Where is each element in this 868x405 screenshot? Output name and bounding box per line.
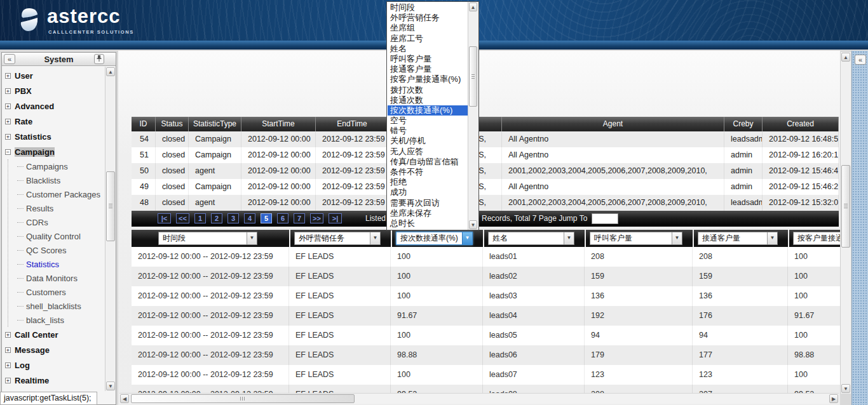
dropdown-item[interactable]: 接通客户量 <box>388 64 468 74</box>
stats-column-select[interactable]: 按客户量接通率(%)▼ <box>793 232 840 245</box>
column-header-creby[interactable]: Creby <box>724 117 763 131</box>
table-row[interactable]: 54closedCampaign2012-09-12 00:002012-09-… <box>132 131 839 147</box>
page-button-5[interactable]: 5 <box>261 213 272 223</box>
horizontal-scrollbar[interactable]: ◀ ▶ <box>119 393 839 404</box>
stats-column-select[interactable]: 呼叫客户量▼ <box>590 232 682 245</box>
table-row[interactable]: 2012-09-12 00:00 -- 2012-09-12 23:59EF L… <box>132 385 840 394</box>
expand-icon[interactable]: + <box>5 73 11 79</box>
east-collapse-button[interactable]: « <box>855 55 866 65</box>
column-header-status[interactable]: Status <box>156 117 189 131</box>
dropdown-item[interactable]: 按次数接通率(%) <box>388 105 468 116</box>
page-button-4[interactable]: 4 <box>244 213 255 223</box>
sidebar-item-blacklists[interactable]: Blacklists <box>8 173 105 187</box>
column-header-statistictype[interactable]: StatisticType <box>189 117 241 131</box>
table-row[interactable]: 2012-09-12 00:00 -- 2012-09-12 23:59EF L… <box>132 345 840 365</box>
column-header-created[interactable]: Created <box>763 117 839 131</box>
sidebar-item-customer-packages[interactable]: Customer Packages <box>8 187 105 201</box>
column-header-endtime[interactable]: EndTime <box>316 117 389 131</box>
page-button-[interactable]: >| <box>329 213 342 223</box>
dropdown-item[interactable]: 外呼营销任务 <box>388 13 468 23</box>
dropdown-item[interactable]: 无人应答 <box>388 147 468 157</box>
expand-icon[interactable]: + <box>5 332 11 338</box>
dropdown-scrollbar[interactable]: ▲ ▼ <box>468 2 478 230</box>
sidebar-item-log[interactable]: +Log <box>3 357 105 373</box>
column-header-agent[interactable]: Agent <box>502 117 724 131</box>
scroll-right-icon[interactable]: ▶ <box>829 394 838 403</box>
table-row[interactable]: 2012-09-12 00:00 -- 2012-09-12 23:59EF L… <box>132 326 840 345</box>
table-row[interactable]: 50closedagent2012-09-12 00:002012-09-12 … <box>132 163 839 179</box>
sidebar-item-data-monitors[interactable]: Data Monitors <box>8 271 105 285</box>
expand-icon[interactable]: + <box>5 119 11 124</box>
page-button-3[interactable]: 3 <box>227 213 239 223</box>
sidebar-item-black_lists[interactable]: black_lists <box>8 313 105 327</box>
table-row[interactable]: 2012-09-12 00:00 -- 2012-09-12 23:59EF L… <box>132 365 840 385</box>
dropdown-item[interactable]: 拒绝 <box>388 177 468 187</box>
expand-icon[interactable]: + <box>5 103 11 109</box>
expand-icon[interactable]: + <box>5 88 11 94</box>
dropdown-item[interactable]: 错号 <box>388 126 468 136</box>
main-scrollbar-thumb[interactable] <box>841 165 850 248</box>
sidebar-item-customers[interactable]: Customers <box>8 285 105 299</box>
dropdown-scrollbar-thumb[interactable] <box>469 46 477 107</box>
sidebar-item-qc-scores[interactable]: QC Scores <box>8 243 105 257</box>
column-header-id[interactable]: ID <box>132 117 156 131</box>
sidebar-item-campaign[interactable]: −Campaign <box>3 144 105 159</box>
chevron-down-icon[interactable]: ▼ <box>767 232 777 244</box>
chevron-down-icon[interactable]: ▼ <box>370 232 380 244</box>
sidebar-item-realtime[interactable]: +Realtime <box>3 373 105 388</box>
sidebar-scrollbar[interactable]: ▲ ▼ <box>105 67 116 391</box>
dropdown-item[interactable]: 姓名 <box>388 44 468 54</box>
sidebar-item-statistics[interactable]: Statistics <box>8 257 105 271</box>
page-button-1[interactable]: 1 <box>194 213 206 223</box>
column-header-starttime[interactable]: StartTime <box>241 117 316 131</box>
dropdown-item[interactable]: 座席工号 <box>388 34 468 44</box>
collapse-icon[interactable]: − <box>5 149 11 155</box>
dropdown-item[interactable]: 坐席组 <box>388 23 468 33</box>
expand-icon[interactable]: + <box>5 347 11 353</box>
scroll-down-icon[interactable]: ▼ <box>106 382 115 390</box>
scroll-down-icon[interactable]: ▼ <box>841 384 850 393</box>
dropdown-item[interactable]: 传真/自动留言信箱 <box>388 157 468 167</box>
pin-icon[interactable] <box>94 54 104 64</box>
table-row[interactable]: 49closedCampaign2012-09-12 00:002012-09-… <box>132 179 839 195</box>
sidebar-item-statistics[interactable]: +Statistics <box>3 129 105 144</box>
chevron-down-icon[interactable]: ▼ <box>462 232 472 244</box>
dropdown-item[interactable]: 空号 <box>388 116 468 126</box>
stats-column-select[interactable]: 接通客户量▼ <box>698 232 778 245</box>
sidebar-item-call-center[interactable]: +Call Center <box>3 327 105 342</box>
stats-column-select[interactable]: 时间段▼ <box>158 232 257 245</box>
chevron-down-icon[interactable]: ▼ <box>672 232 682 244</box>
table-row[interactable]: 2012-09-12 00:00 -- 2012-09-12 23:59EF L… <box>132 247 840 267</box>
stats-column-select[interactable]: 外呼营销任务▼ <box>294 232 381 245</box>
dropdown-item[interactable]: 时间段 <box>388 3 468 13</box>
expand-icon[interactable]: + <box>5 134 11 140</box>
table-row[interactable]: 48closedagent2012-09-12 00:002012-09-12 … <box>132 195 839 211</box>
table-row[interactable]: 51closedCampaign2012-09-12 00:002012-09-… <box>132 147 839 163</box>
scroll-left-icon[interactable]: ◀ <box>120 394 129 403</box>
stats-column-select[interactable]: 姓名▼ <box>488 232 574 245</box>
dropdown-item[interactable]: 接通次数 <box>388 95 468 105</box>
sidebar-item-pbx[interactable]: +PBX <box>3 83 105 98</box>
stats-column-select[interactable]: 按次数接通率(%)▼ <box>396 232 473 245</box>
horizontal-scrollbar-thumb[interactable] <box>131 394 355 403</box>
sidebar-item-advanced[interactable]: +Advanced <box>3 98 105 114</box>
sidebar-item-cdrs[interactable]: CDRs <box>8 215 105 229</box>
dropdown-item[interactable]: 条件不符 <box>388 167 468 177</box>
sidebar-item-message[interactable]: +Message <box>3 342 105 357</box>
table-row[interactable]: 2012-09-12 00:00 -- 2012-09-12 23:59EF L… <box>132 267 840 286</box>
dropdown-item[interactable]: 拨打次数 <box>388 85 468 95</box>
jump-to-input[interactable] <box>592 213 618 224</box>
scroll-up-icon[interactable]: ▲ <box>106 67 115 76</box>
main-vertical-scrollbar[interactable]: ▲ ▼ <box>840 52 851 394</box>
sidebar-item-quality-control[interactable]: Quality Control <box>8 229 105 243</box>
dropdown-item[interactable]: 成功 <box>388 187 468 197</box>
dropdown-item[interactable]: 呼叫客户量 <box>388 54 468 64</box>
dropdown-item[interactable]: 总时长 <box>388 218 468 229</box>
table-row[interactable]: 2012-09-12 00:00 -- 2012-09-12 23:59EF L… <box>132 286 840 306</box>
chevron-down-icon[interactable]: ▼ <box>247 232 257 244</box>
sidebar-item-user[interactable]: +User <box>3 68 105 83</box>
page-button-2[interactable]: 2 <box>211 213 222 223</box>
scroll-up-icon[interactable]: ▲ <box>469 3 477 11</box>
page-button-7[interactable]: 7 <box>294 213 305 223</box>
dropdown-item[interactable]: 坐席未保存 <box>388 208 468 218</box>
